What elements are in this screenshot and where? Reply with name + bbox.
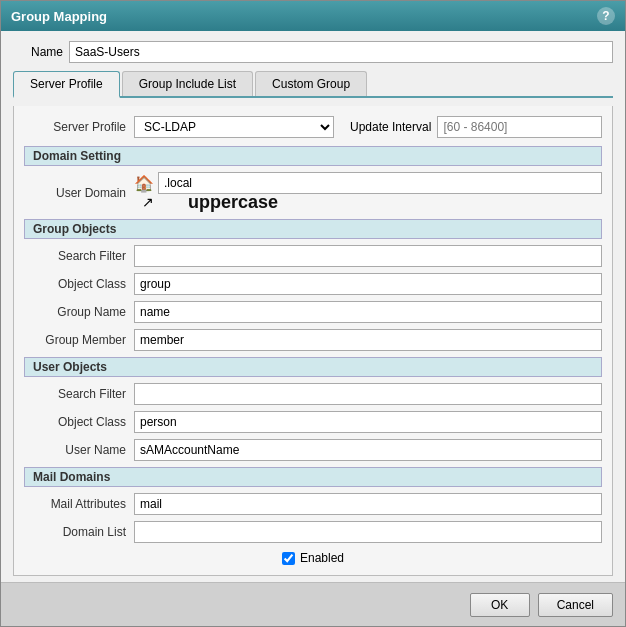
user-search-filter-label: Search Filter (24, 387, 134, 401)
group-name-label: Group Name (24, 305, 134, 319)
mail-attributes-input[interactable] (134, 493, 602, 515)
group-object-class-input[interactable] (134, 273, 602, 295)
mail-attributes-label: Mail Attributes (24, 497, 134, 511)
domain-list-input[interactable] (134, 521, 602, 543)
enabled-row: Enabled (24, 551, 602, 565)
tab-custom-group[interactable]: Custom Group (255, 71, 367, 96)
group-member-row: Group Member (24, 329, 602, 351)
user-object-class-input[interactable] (134, 411, 602, 433)
tab-content-server-profile: Server Profile SC-LDAP Update Interval D… (13, 106, 613, 576)
dialog-body: Name Server Profile Group Include List C… (1, 31, 625, 582)
server-profile-select-wrapper: SC-LDAP (134, 116, 334, 138)
help-icon: ? (602, 9, 609, 23)
user-name-row: User Name (24, 439, 602, 461)
ok-button[interactable]: OK (470, 593, 530, 617)
tab-group-include-list[interactable]: Group Include List (122, 71, 253, 96)
uppercase-annotation: uppercase (188, 192, 278, 213)
tabs-container: Server Profile Group Include List Custom… (13, 71, 613, 98)
name-input[interactable] (69, 41, 613, 63)
cancel-button[interactable]: Cancel (538, 593, 613, 617)
arrow-symbol: ↗ (142, 194, 154, 211)
group-mapping-dialog: Group Mapping ? Name Server Profile Grou… (0, 0, 626, 627)
user-domain-label: User Domain (24, 186, 134, 200)
domain-list-label: Domain List (24, 525, 134, 539)
group-name-row: Group Name (24, 301, 602, 323)
group-name-input[interactable] (134, 301, 602, 323)
dialog-title: Group Mapping (11, 9, 107, 24)
tab-server-profile[interactable]: Server Profile (13, 71, 120, 98)
group-search-filter-label: Search Filter (24, 249, 134, 263)
enabled-checkbox[interactable] (282, 552, 295, 565)
group-search-filter-row: Search Filter (24, 245, 602, 267)
annotation-line: ↗ uppercase (134, 192, 602, 213)
enabled-label[interactable]: Enabled (300, 551, 344, 565)
user-search-filter-input[interactable] (134, 383, 602, 405)
domain-setting-header: Domain Setting (24, 146, 602, 166)
server-profile-row: Server Profile SC-LDAP Update Interval (24, 116, 602, 138)
update-interval-row: Update Interval (350, 116, 602, 138)
help-button[interactable]: ? (597, 7, 615, 25)
name-row: Name (13, 41, 613, 63)
domain-list-row: Domain List (24, 521, 602, 543)
group-member-label: Group Member (24, 333, 134, 347)
mail-domains-header: Mail Domains (24, 467, 602, 487)
group-member-input[interactable] (134, 329, 602, 351)
user-domain-input[interactable] (158, 172, 602, 194)
user-name-input[interactable] (134, 439, 602, 461)
update-interval-label: Update Interval (350, 120, 431, 134)
name-label: Name (13, 45, 63, 59)
user-search-filter-row: Search Filter (24, 383, 602, 405)
dialog-footer: OK Cancel (1, 582, 625, 626)
mail-attributes-row: Mail Attributes (24, 493, 602, 515)
server-profile-select[interactable]: SC-LDAP (134, 116, 334, 138)
group-search-filter-input[interactable] (134, 245, 602, 267)
user-objects-header: User Objects (24, 357, 602, 377)
user-name-label: User Name (24, 443, 134, 457)
user-object-class-row: Object Class (24, 411, 602, 433)
title-bar: Group Mapping ? (1, 1, 625, 31)
server-profile-label: Server Profile (24, 120, 134, 134)
update-interval-input[interactable] (437, 116, 602, 138)
group-object-class-label: Object Class (24, 277, 134, 291)
user-object-class-label: Object Class (24, 415, 134, 429)
user-domain-row: User Domain 🏠 ↗ uppercase (24, 172, 602, 213)
user-domain-icon: 🏠 (134, 174, 154, 193)
group-objects-header: Group Objects (24, 219, 602, 239)
group-object-class-row: Object Class (24, 273, 602, 295)
